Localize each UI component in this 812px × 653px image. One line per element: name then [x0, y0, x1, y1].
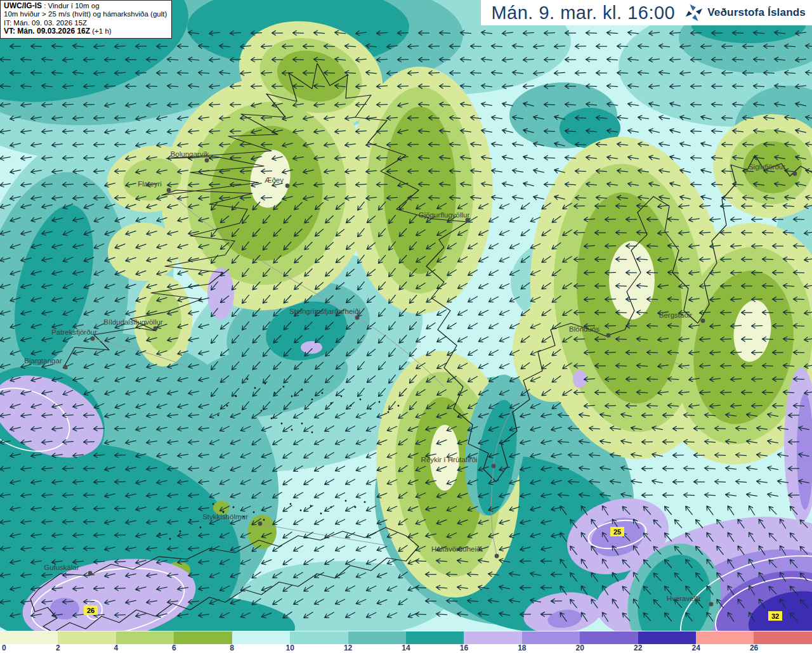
legend-segment: [116, 631, 174, 645]
legend-segment: [696, 631, 754, 645]
place-dot: [495, 554, 499, 559]
map-shape: [311, 399, 313, 401]
info-line-3: IT: Mán. 09. 03. 2026 15Z: [4, 19, 167, 27]
place-label: Æðey: [265, 176, 284, 184]
info-line-2: 10m hviður > 25 m/s (hvítt) og hámarkshv…: [4, 10, 167, 18]
place-label: Bolungarvík: [171, 150, 209, 158]
map-shape: [360, 399, 362, 401]
map-shape: [696, 8, 702, 14]
map-shape: [692, 15, 698, 21]
legend-segment: [0, 631, 58, 645]
map-shape: [253, 512, 255, 514]
datetime-box: Mán. 9. mar. kl. 16:00 Veðurstofa Ísland…: [481, 0, 812, 25]
vedurstofa-logo-icon: [684, 3, 704, 23]
place-label: Holtavörðuheiði: [431, 545, 482, 553]
legend-tick: 20: [576, 644, 584, 652]
map-shape: [271, 418, 273, 420]
legend-segment: [58, 631, 115, 645]
map-shape: [398, 405, 400, 407]
place-label: Bergstaðir: [659, 311, 693, 319]
place-dot: [154, 326, 158, 331]
place-dot: [492, 464, 496, 469]
legend-segment: [290, 631, 348, 645]
weather-map-page: BolungarvíkFlateyriÆðeyGjögurflugvöllurS…: [0, 0, 812, 653]
map-shape: [281, 423, 283, 425]
wind-map: BolungarvíkFlateyriÆðeyGjögurflugvöllurS…: [0, 0, 812, 653]
legend-tick: 24: [691, 644, 700, 652]
legend-segment: [232, 631, 290, 645]
place-label: Steingrímsfjarðarheiði: [289, 307, 360, 315]
legend-tick: 12: [344, 644, 352, 652]
map-shape: [300, 510, 302, 512]
map-shape: [180, 531, 181, 533]
legend-tick: 0: [2, 644, 6, 652]
map-shape: [355, 507, 357, 508]
brand-name: Veðurstofa Íslands: [707, 6, 806, 19]
legend-segment: [464, 631, 521, 645]
info-line-1: UWC/IG-IS : Vindur í 10m og: [4, 2, 167, 10]
legend-tick: 16: [460, 644, 468, 652]
map-shape: [311, 432, 313, 434]
place-label: Patreksfjörður: [51, 328, 97, 336]
valid-time: VT: Mán. 09.03.2026 16Z: [4, 27, 90, 36]
legend-segment: [580, 631, 638, 645]
place-dot: [701, 319, 705, 323]
map-shape: [233, 507, 235, 508]
map-shape: [379, 401, 381, 403]
place-label: Siglufjörður: [749, 163, 785, 171]
place-label: Bíldudalsflugvöllur: [103, 318, 163, 326]
map-shape: [320, 513, 322, 515]
map-shape: [686, 11, 692, 16]
map-shape: [364, 501, 366, 503]
map-shape: [291, 429, 293, 431]
map-shape: : Vindur í 10m og: [42, 2, 100, 10]
legend-tick: 10: [285, 644, 294, 652]
map-shape: [261, 410, 263, 412]
place-label: Reykir í Hrútafirði: [421, 456, 478, 463]
legend-segment: [638, 631, 696, 645]
map-shape: [345, 500, 347, 502]
map-shape: [283, 386, 285, 388]
map-shape: [200, 527, 202, 529]
place-dot: [709, 602, 714, 607]
place-dot: [285, 184, 290, 188]
legend-segment: [406, 631, 464, 645]
model-info-box: UWC/IG-IS : Vindur í 10m og 10m hviður >…: [0, 0, 172, 39]
place-dot: [63, 365, 68, 370]
legend-tick-labels: 02468101214161820222426: [0, 644, 812, 653]
place-dot: [205, 158, 209, 163]
map-shape: [263, 519, 265, 521]
map-shape: [247, 378, 249, 380]
map-shape: [290, 503, 292, 505]
place-label: Blönduós: [569, 325, 599, 333]
map-shape: [686, 4, 702, 21]
legend-segment: [522, 631, 580, 645]
map-shape: [301, 423, 303, 425]
legend-tick: 22: [634, 644, 642, 652]
place-dot: [88, 571, 93, 576]
place-label: Gufuskálar: [44, 564, 79, 571]
legend-tick: 18: [518, 644, 526, 652]
gust-marker-value: 25: [613, 528, 621, 536]
place-dot: [355, 316, 360, 320]
place-label: Stykkishólmur: [202, 513, 248, 520]
map-shape: [301, 341, 322, 354]
map-shape: [341, 396, 343, 398]
map-shape: [213, 503, 214, 505]
map-shape: [226, 405, 228, 407]
place-label: Hveravellir: [667, 595, 701, 602]
map-shape: [169, 538, 171, 540]
place-dot: [167, 188, 171, 193]
map-shape: (+1 h): [90, 27, 112, 35]
place-label: Flateyri: [138, 180, 162, 188]
legend-tick: 4: [114, 644, 119, 652]
legend-tick: 8: [230, 644, 234, 652]
map-shape: [218, 415, 219, 417]
map-shape: [690, 4, 696, 11]
legend-tick: 6: [172, 644, 176, 652]
place-dot: [258, 522, 263, 526]
brand: Veðurstofa Íslands: [684, 3, 806, 23]
legend-segment: [174, 631, 232, 645]
place-label: Bjargtangar: [24, 357, 62, 365]
map-shape: [291, 396, 293, 398]
